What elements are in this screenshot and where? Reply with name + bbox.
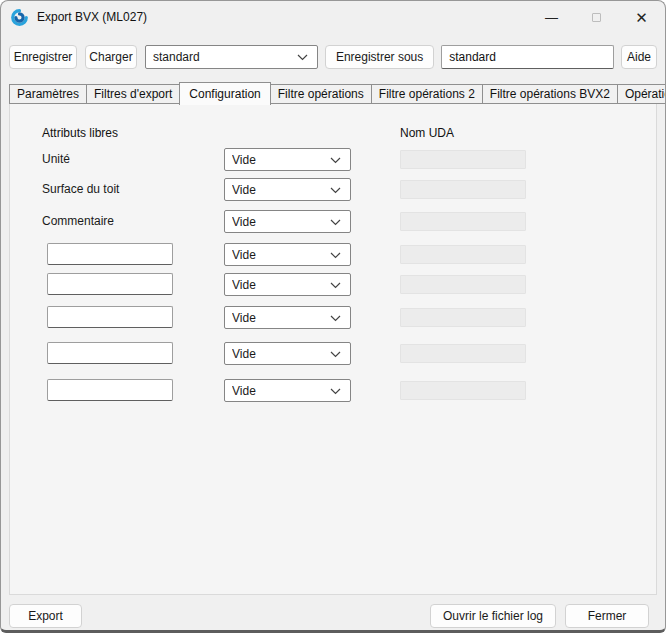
attribute-source-select[interactable]: Vide xyxy=(224,379,351,402)
attribute-label: Unité xyxy=(42,152,70,166)
uda-name-field-disabled xyxy=(400,150,526,169)
save-as-name-input[interactable] xyxy=(441,45,614,69)
free-attribute-input[interactable] xyxy=(47,273,173,295)
title-bar[interactable]: Export BVX (ML027) — ✕ xyxy=(1,1,665,33)
footer-right-buttons: Ouvrir le fichier log Fermer xyxy=(430,604,649,628)
uda-name-field-disabled xyxy=(400,381,526,400)
attribute-row: Vide xyxy=(10,379,656,403)
tab-filtre-operations-bvx2[interactable]: Filtre opérations BVX2 xyxy=(482,84,617,104)
save-button[interactable]: Enregistrer xyxy=(9,45,77,69)
uda-name-field-disabled xyxy=(400,245,526,264)
attribute-row: Commentaire Vide xyxy=(10,210,656,234)
chevron-down-icon xyxy=(297,50,308,64)
attribute-row: Vide xyxy=(10,273,656,297)
close-dialog-button[interactable]: Fermer xyxy=(565,604,649,628)
attribute-row: Unité Vide xyxy=(10,148,656,172)
attribute-source-select[interactable]: Vide xyxy=(224,342,351,365)
free-attribute-input[interactable] xyxy=(47,243,173,265)
select-value: Vide xyxy=(232,278,256,292)
free-attribute-input[interactable] xyxy=(47,306,173,328)
preset-select[interactable]: standard xyxy=(145,45,318,69)
preset-select-value: standard xyxy=(153,50,200,64)
chevron-down-icon xyxy=(330,278,341,292)
attribute-source-select[interactable]: Vide xyxy=(224,178,351,201)
attribute-label: Surface du toit xyxy=(42,182,119,196)
free-attributes-header: Attributs libres xyxy=(42,126,118,140)
tab-filtre-operations-2[interactable]: Filtre opérations 2 xyxy=(371,84,482,104)
attribute-source-select[interactable]: Vide xyxy=(224,273,351,296)
select-value: Vide xyxy=(232,153,256,167)
attribute-source-select[interactable]: Vide xyxy=(224,210,351,233)
tab-operations[interactable]: Opérations xyxy=(617,84,666,104)
attribute-row: Vide xyxy=(10,306,656,330)
tab-filtres-export[interactable]: Filtres d'export xyxy=(86,84,179,104)
select-value: Vide xyxy=(232,183,256,197)
maximize-button[interactable] xyxy=(574,2,619,33)
window-controls: — ✕ xyxy=(529,2,664,33)
attribute-row: Vide xyxy=(10,342,656,366)
chevron-down-icon xyxy=(330,153,341,167)
select-value: Vide xyxy=(232,248,256,262)
export-button[interactable]: Export xyxy=(9,604,82,628)
configuration-panel: Attributs libres Nom UDA Unité Vide Surf… xyxy=(9,103,657,595)
footer-bar: Export Ouvrir le fichier log Fermer xyxy=(9,604,657,628)
uda-name-field-disabled xyxy=(400,212,526,231)
attribute-label: Commentaire xyxy=(42,214,114,228)
chevron-down-icon xyxy=(330,384,341,398)
open-log-button[interactable]: Ouvrir le fichier log xyxy=(430,604,556,628)
window-title: Export BVX (ML027) xyxy=(37,10,147,24)
free-attribute-input[interactable] xyxy=(47,342,173,364)
load-button[interactable]: Charger xyxy=(85,45,137,69)
select-value: Vide xyxy=(232,215,256,229)
uda-name-field-disabled xyxy=(400,344,526,363)
attribute-source-select[interactable]: Vide xyxy=(224,243,351,266)
export-bvx-dialog: Export BVX (ML027) — ✕ Enregistrer Charg… xyxy=(0,0,666,633)
select-value: Vide xyxy=(232,311,256,325)
chevron-down-icon xyxy=(330,311,341,325)
select-value: Vide xyxy=(232,384,256,398)
free-attribute-input[interactable] xyxy=(47,379,173,401)
attribute-row: Surface du toit Vide xyxy=(10,178,656,202)
preset-toolbar: Enregistrer Charger standard Enregistrer… xyxy=(9,45,657,69)
tab-strip: Paramètres Filtres d'export Configuratio… xyxy=(9,82,657,104)
uda-name-header: Nom UDA xyxy=(400,126,454,140)
uda-name-field-disabled xyxy=(400,180,526,199)
minimize-icon: — xyxy=(545,10,558,25)
tab-filtre-operations[interactable]: Filtre opérations xyxy=(271,84,371,104)
help-button[interactable]: Aide xyxy=(621,45,657,69)
close-icon: ✕ xyxy=(635,9,648,27)
chevron-down-icon xyxy=(330,215,341,229)
select-value: Vide xyxy=(232,347,256,361)
attribute-source-select[interactable]: Vide xyxy=(224,306,351,329)
attribute-row: Vide xyxy=(10,243,656,267)
maximize-icon xyxy=(592,13,601,22)
save-as-button[interactable]: Enregistrer sous xyxy=(325,45,434,69)
tab-configuration[interactable]: Configuration xyxy=(179,82,270,105)
tab-parametres[interactable]: Paramètres xyxy=(9,84,86,104)
chevron-down-icon xyxy=(330,347,341,361)
attribute-source-select[interactable]: Vide xyxy=(224,148,351,171)
uda-name-field-disabled xyxy=(400,275,526,294)
minimize-button[interactable]: — xyxy=(529,2,574,33)
chevron-down-icon xyxy=(330,183,341,197)
uda-name-field-disabled xyxy=(400,308,526,327)
close-button[interactable]: ✕ xyxy=(619,2,664,33)
chevron-down-icon xyxy=(330,248,341,262)
app-logo-icon xyxy=(11,9,28,26)
